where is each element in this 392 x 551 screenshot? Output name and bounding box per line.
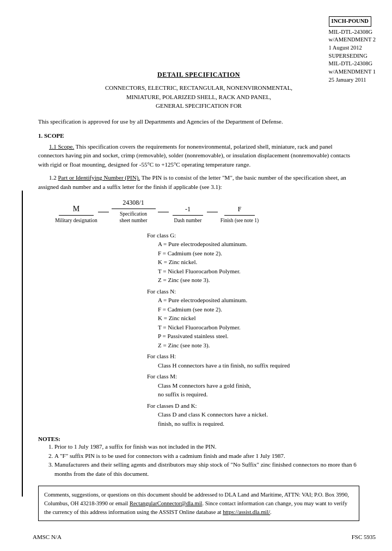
class-g-label: For class G: [147,232,176,238]
class-n-item-3: T = Nickel Fluorocarbon Polymer. [158,324,241,330]
title-section: DETAIL SPECIFICATION CONNECTORS, ELECTRI… [38,71,359,111]
approval-text: This specification is approved for use b… [38,118,359,125]
section1-title: 1. SCOPE [38,132,359,139]
class-h-item-0: Class H connectors have a tin finish, no… [158,362,290,369]
class-m-items: Class M connectors have a gold finish, n… [158,381,359,399]
class-m-section: For class M: Class M connectors have a g… [147,372,359,399]
notes-title: NOTES: [38,436,60,442]
comments-text3: . [270,509,272,515]
doc-id-line6: w/AMENDMENT 1 [329,69,376,75]
class-g-item-3: T = Nickel Fluorocarbon Polymer. [158,268,241,274]
s1-2-label: 1.2 Part or Identifying Number (PIN). Th… [38,174,346,190]
class-g-item-0: A = Pure electrodeposited aluminum. [158,241,247,247]
doc-id-line7: 25 January 2011 [329,77,366,83]
class-n-item-4: P = Passivated stainless steel. [158,333,229,339]
page: INCH-POUND MIL-DTL-24308G w/AMENDMENT 2 … [0,0,392,551]
pin-spec-block: 24308/1 Specification sheet number [109,199,158,224]
pin-finish-label: Finish (see note 1) [218,217,261,224]
connector-line-2 [158,212,169,212]
pin-spec-value: 24308/1 [109,199,158,207]
class-dk-label: For classes D and K: [147,402,197,409]
class-m-item-1: no suffix is required. [158,391,207,397]
doc-id-line4: SUPERSEDING [329,53,367,59]
class-n-item-2: K = Zinc nickel [158,315,195,321]
note-1: Prior to 1 July 1987, a suffix for finis… [54,442,359,451]
class-dk-items: Class D and class K connectors have a ni… [158,410,359,428]
class-h-items: Class H connectors have a tin finish, no… [158,361,359,370]
section-1-1: 1.1 Scope. This specification covers the… [38,142,359,169]
subtitle-line3: GENERAL SPECIFICATION FOR [38,101,359,111]
class-n-label: For class N: [147,288,176,295]
connector-line-1 [98,212,109,212]
comments-email[interactable]: RectangularConnector@dla.mil [130,500,203,506]
connector-line-3 [207,212,218,212]
s1-1-label: 1.1 Scope. [49,143,74,150]
approval-paragraph: This specification is approved for use b… [38,118,359,125]
doc-id-line3: 1 August 2012 [329,45,362,51]
class-dk-item-0: Class D and class K connectors have a ni… [158,411,268,418]
pin-finish-value: F [218,205,261,213]
pin-m-letter: M [54,205,98,213]
class-n-item-0: A = Pure electrodeposited aluminum. [158,297,247,303]
pin-spec-label: Specification sheet number [109,211,158,224]
class-n-item-5: Z = Zinc (see note 3). [158,342,210,348]
subtitle-line2: MINIATURE, POLARIZED SHELL, RACK AND PAN… [38,93,359,102]
class-g-item-1: F = Cadmium (see note 2). [158,250,222,256]
pin-diagram: M Military designation 24308/1 Specifica… [54,199,359,224]
pin-m-label: Military designation [54,217,98,224]
pin-m-block: M Military designation [54,205,98,224]
inch-pound-label: INCH-POUND [329,16,371,27]
class-g-items: A = Pure electrodeposited aluminum. F = … [158,240,359,285]
doc-id-line5: MIL-DTL-24308G [329,60,372,66]
section-1-2: 1.2 Part or Identifying Number (PIN). Th… [38,173,359,191]
notes-section: NOTES: Prior to 1 July 1987, a suffix fo… [38,436,359,478]
pin-finish-block: F Finish (see note 1) [218,205,261,224]
class-n-section: For class N: A = Pure electrodeposited a… [147,287,359,350]
pin-dash-block: -1 Dash number [169,205,207,224]
note-3: Manufacturers and their selling agents a… [54,460,359,478]
class-g-item-4: Z = Zinc (see note 3). [158,277,210,283]
detail-spec-heading: DETAIL SPECIFICATION [38,71,359,79]
left-margin-bar [22,191,23,497]
notes-list: Prior to 1 July 1987, a suffix for finis… [54,442,359,478]
header-right: INCH-POUND MIL-DTL-24308G w/AMENDMENT 2 … [329,16,376,84]
class-h-section: For class H: Class H connectors have a t… [147,352,359,370]
class-g-section: For class G: A = Pure electrodeposited a… [147,231,359,285]
note-2: A "F" suffix PIN is to be used for conne… [54,451,359,461]
doc-id-line2: w/AMENDMENT 2 [329,36,376,42]
subtitle-line1: CONNECTORS, ELECTRIC, RECTANGULAR, NONEN… [38,83,359,93]
comments-box: Comments, suggestions, or questions on t… [38,486,359,521]
class-dk-section: For classes D and K: Class D and class K… [147,401,359,428]
finish-section: For class G: A = Pure electrodeposited a… [147,231,359,428]
doc-id-line1: MIL-DTL-24308G [329,29,372,35]
footer-left: AMSC N/A [33,534,62,540]
class-g-item-2: K = Zinc nickel. [158,259,197,265]
footer: AMSC N/A FSC 5935 [33,534,376,540]
class-h-label: For class H: [147,353,176,359]
class-n-item-1: F = Cadmium (see note 2). [158,306,222,313]
comments-url[interactable]: https://assist.dla.mil/ [223,509,270,515]
class-m-item-0: Class M connectors have a gold finish, [158,382,251,389]
footer-right: FSC 5935 [352,534,376,540]
pin-dash-value: -1 [169,205,207,213]
class-m-label: For class M: [147,373,177,379]
pin-dash-label: Dash number [169,217,207,224]
s1-1-text: This specification covers the requiremen… [38,143,350,168]
class-n-items: A = Pure electrodeposited aluminum. F = … [158,296,359,350]
class-dk-item-1: finish, no suffix is required. [158,420,224,427]
